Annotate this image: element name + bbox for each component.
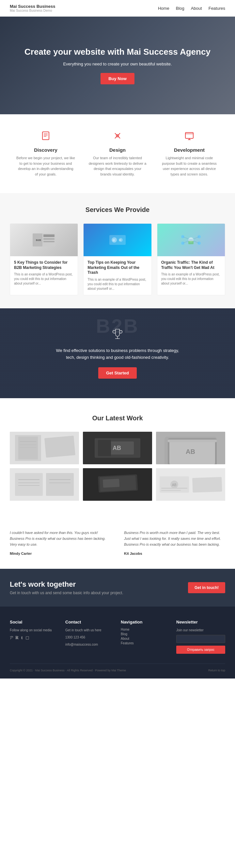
discovery-icon: [16, 130, 75, 143]
svg-rect-37: [44, 436, 75, 458]
footer-nav-title: Navigation: [121, 620, 170, 624]
testimonial-1-author: Mindy Carter: [10, 552, 32, 555]
svg-rect-53: [15, 473, 43, 496]
nav-home[interactable]: Home: [158, 6, 169, 11]
development-title: Development: [160, 147, 219, 153]
cta-subtitle: Get in touch with us and send some basic…: [10, 591, 123, 595]
service-image-3: [157, 224, 225, 256]
nav-features[interactable]: Features: [209, 6, 225, 11]
svg-text:AB: AB: [172, 483, 177, 487]
work-grid: AB AB: [10, 432, 225, 501]
footer-social-title: Social: [10, 620, 59, 624]
svg-text:@: @: [113, 239, 115, 241]
newsletter-input[interactable]: [176, 635, 225, 643]
b2b-cta-button[interactable]: Get Started: [98, 367, 137, 379]
service-card-1[interactable]: B2B 5 Key Things to Consider for B2B Mar…: [10, 223, 78, 295]
latest-work-title: Our Latest Work: [10, 414, 225, 422]
work-item-6[interactable]: AB: [156, 468, 225, 501]
service-card-2-desc: This is an example of a WordPress post, …: [87, 277, 147, 291]
service-card-2-body: Top Tips on Keeping Your Marketing Email…: [83, 256, 151, 295]
footer-grid: Social Follow along on social media 𝓟 𝐑 …: [10, 620, 225, 654]
main-nav: Home Blog About Features: [158, 6, 225, 11]
footer-nav-home[interactable]: Home: [121, 628, 170, 631]
testimonial-2-quote: Business Pro is worth much more than I p…: [124, 530, 225, 547]
development-desc: Lightweight and minimal code purpose bui…: [160, 155, 219, 177]
footer-social-col: Social Follow along on social media 𝓟 𝐑 …: [10, 620, 59, 654]
service-card-3-body: Organic Traffic: The Kind of Traffic You…: [157, 256, 225, 290]
service-card-3-desc: This is an example of a WordPress post, …: [161, 272, 221, 286]
feature-development: Development Lightweight and minimal code…: [160, 130, 219, 177]
discovery-desc: Before we begin your project, we like to…: [16, 155, 75, 177]
footer-contact-email: info@maisuccess.com: [65, 642, 114, 647]
back-to-top-link[interactable]: Return to top: [208, 669, 225, 672]
pinterest-icon[interactable]: 𝓟: [10, 635, 13, 641]
svg-rect-63: [103, 479, 120, 488]
instagram-icon[interactable]: ◻: [25, 635, 29, 641]
cta-text: Let's work together Get in touch with us…: [10, 580, 123, 595]
svg-rect-7: [185, 132, 193, 138]
footer-newsletter-subtitle: Join our newsletter: [176, 628, 225, 633]
nav-about[interactable]: About: [191, 6, 202, 11]
svg-rect-45: [98, 440, 111, 456]
work-item-3[interactable]: AB: [156, 432, 225, 464]
svg-text:AB: AB: [186, 448, 195, 455]
site-header: Mai Success Business Mai Success Busines…: [0, 0, 235, 17]
service-card-1-title: 5 Key Things to Consider for B2B Marketi…: [14, 260, 74, 270]
discovery-title: Discovery: [16, 147, 75, 153]
features-section: Discovery Before we begin your project, …: [0, 114, 235, 193]
hero-cta-button[interactable]: Buy Now: [101, 73, 134, 84]
svg-text:AB: AB: [113, 445, 121, 451]
feature-design: Design Our team of incredibly talented d…: [88, 130, 147, 177]
footer-nav-about[interactable]: About: [121, 637, 170, 641]
svg-rect-14: [44, 235, 54, 237]
footer-nav-col: Navigation Home Blog About Features: [121, 620, 170, 654]
site-footer: Social Follow along on social media 𝓟 𝐑 …: [0, 607, 235, 679]
footer-nav-blog[interactable]: Blog: [121, 632, 170, 636]
hero-section: Create your website with Mai Success Age…: [0, 17, 235, 114]
svg-rect-15: [44, 238, 54, 240]
footer-nav-features[interactable]: Features: [121, 641, 170, 645]
footer-copyright: Copyright © 2021 · Mai Success Business …: [10, 669, 126, 672]
services-title: Services We Provide: [10, 206, 225, 214]
svg-rect-66: [192, 477, 222, 493]
testimonial-1: I couldn't have asked for more than this…: [10, 530, 111, 556]
service-card-2[interactable]: @ ✉ Top Tips on Keeping Your Marketing E…: [83, 223, 152, 295]
svg-rect-70: [161, 490, 181, 491]
social-icons: 𝓟 𝐑 𝐭 ◻: [10, 635, 59, 641]
footer-newsletter-col: Newsletter Join our newsletter Отправить…: [176, 620, 225, 654]
footer-contact-phone: 1300 123 456: [65, 635, 114, 640]
service-image-1: B2B: [10, 224, 78, 256]
service-image-2: @ ✉: [83, 224, 151, 256]
logo-name: Mai Success Business: [10, 4, 55, 9]
work-item-4[interactable]: [10, 468, 79, 501]
latest-work-section: Our Latest Work AB: [0, 398, 235, 517]
design-title: Design: [88, 147, 147, 153]
cta-button[interactable]: Get in touch!: [188, 582, 225, 593]
design-icon: [88, 130, 147, 143]
work-item-2[interactable]: AB: [83, 432, 152, 464]
services-section: Services We Provide B2B 5 Key Things to …: [0, 193, 235, 308]
development-icon: [160, 130, 219, 143]
testimonials-section: I couldn't have asked for more than this…: [0, 517, 235, 569]
newsletter-button[interactable]: Отправить запрос: [176, 646, 225, 654]
svg-rect-16: [44, 241, 54, 242]
svg-rect-36: [18, 437, 38, 459]
footer-newsletter-title: Newsletter: [176, 620, 225, 624]
testimonial-2: Business Pro is worth much more than I p…: [124, 530, 225, 556]
b2b-description: We find effective solutions to business …: [52, 347, 183, 361]
footer-contact-subtitle: Get in touch with us here: [65, 628, 114, 633]
svg-rect-54: [46, 473, 74, 496]
twitter-icon[interactable]: 𝐭: [21, 635, 23, 641]
work-item-1[interactable]: [10, 432, 79, 464]
hero-subtitle: Everything you need to create your own b…: [24, 62, 211, 66]
cta-title: Let's work together: [10, 580, 123, 589]
svg-rect-0: [43, 132, 49, 140]
service-card-3[interactable]: Organic Traffic: The Kind of Traffic You…: [157, 223, 225, 295]
reddit-icon[interactable]: 𝐑: [15, 635, 19, 641]
svg-rect-69: [161, 488, 187, 489]
nav-blog[interactable]: Blog: [176, 6, 184, 11]
hero-content: Create your website with Mai Success Age…: [24, 46, 211, 84]
service-card-1-desc: This is an example of a WordPress post, …: [14, 272, 74, 286]
work-item-5[interactable]: [83, 468, 152, 501]
testimonial-2-author: Kit Jacobs: [124, 552, 142, 555]
